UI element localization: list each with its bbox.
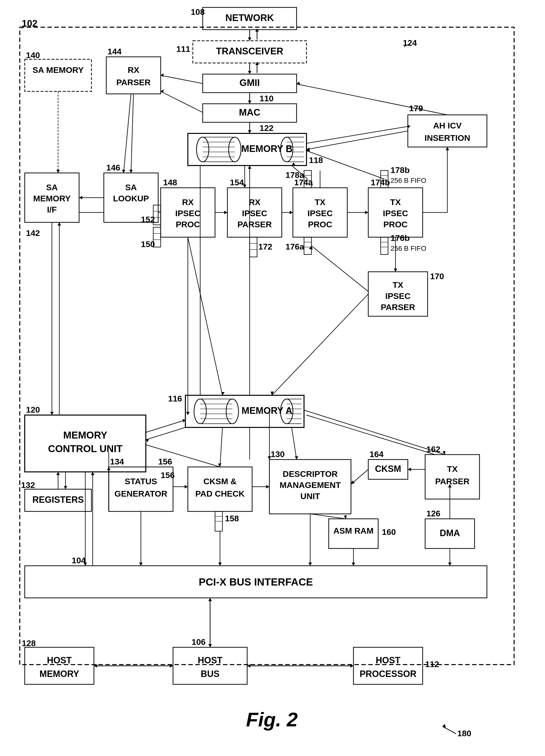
svg-text:RX: RX bbox=[248, 197, 260, 207]
svg-text:108: 108 bbox=[191, 7, 205, 17]
svg-text:TRANSCEIVER: TRANSCEIVER bbox=[216, 46, 283, 56]
svg-text:PARSER: PARSER bbox=[116, 78, 150, 87]
svg-text:144: 144 bbox=[107, 47, 122, 56]
svg-text:IPSEC: IPSEC bbox=[308, 209, 333, 218]
svg-text:PARSER: PARSER bbox=[435, 477, 469, 486]
svg-text:152: 152 bbox=[141, 215, 155, 224]
svg-text:DESCRIPTOR: DESCRIPTOR bbox=[283, 469, 338, 479]
svg-text:180: 180 bbox=[457, 729, 471, 738]
svg-text:DMA: DMA bbox=[440, 528, 460, 538]
svg-text:RX: RX bbox=[182, 197, 194, 207]
svg-text:GMII: GMII bbox=[239, 78, 260, 88]
svg-text:TX: TX bbox=[315, 197, 326, 207]
svg-text:SA: SA bbox=[125, 183, 137, 192]
svg-text:GENERATOR: GENERATOR bbox=[114, 489, 167, 498]
svg-text:176a: 176a bbox=[286, 242, 305, 251]
svg-text:PARSER: PARSER bbox=[381, 302, 415, 312]
svg-text:INSERTION: INSERTION bbox=[424, 133, 470, 143]
svg-text:IPSEC: IPSEC bbox=[385, 291, 411, 301]
svg-text:178a: 178a bbox=[286, 170, 305, 180]
svg-text:REGISTERS: REGISTERS bbox=[32, 495, 84, 505]
svg-text:154: 154 bbox=[230, 178, 244, 187]
svg-text:PROC: PROC bbox=[308, 220, 332, 229]
svg-text:SA: SA bbox=[46, 183, 58, 192]
svg-text:134: 134 bbox=[110, 457, 124, 466]
svg-text:NETWORK: NETWORK bbox=[225, 13, 274, 23]
svg-text:BUS: BUS bbox=[201, 669, 219, 679]
svg-text:132: 132 bbox=[21, 480, 35, 490]
svg-text:UNIT: UNIT bbox=[300, 491, 320, 501]
svg-text:116: 116 bbox=[168, 394, 182, 403]
svg-text:MEMORY: MEMORY bbox=[63, 430, 107, 441]
svg-text:MEMORY: MEMORY bbox=[40, 669, 79, 679]
svg-text:PROC: PROC bbox=[383, 220, 408, 229]
svg-text:126: 126 bbox=[426, 509, 441, 518]
svg-text:178b: 178b bbox=[391, 165, 410, 175]
svg-text:RX: RX bbox=[127, 65, 139, 75]
svg-text:118: 118 bbox=[309, 155, 323, 165]
svg-text:160: 160 bbox=[382, 527, 396, 537]
svg-text:HOST: HOST bbox=[47, 655, 72, 665]
svg-text:IPSEC: IPSEC bbox=[242, 209, 267, 218]
svg-text:IPSEC: IPSEC bbox=[383, 209, 408, 218]
svg-text:142: 142 bbox=[26, 228, 40, 238]
svg-text:CKSM: CKSM bbox=[375, 464, 401, 474]
svg-text:172: 172 bbox=[258, 242, 272, 251]
svg-text:128: 128 bbox=[22, 638, 36, 648]
svg-text:164: 164 bbox=[370, 449, 384, 459]
svg-text:CKSM &: CKSM & bbox=[203, 477, 236, 486]
svg-text:TX: TX bbox=[390, 197, 401, 207]
svg-text:TX: TX bbox=[393, 280, 403, 290]
svg-text:156: 156 bbox=[158, 457, 172, 466]
diagram-svg: 102 NETWORK 108 TRANSCEIVER 111 GM bbox=[0, 0, 545, 756]
svg-text:146: 146 bbox=[106, 163, 120, 172]
svg-text:CONTROL UNIT: CONTROL UNIT bbox=[48, 443, 122, 454]
svg-text:MAC: MAC bbox=[239, 107, 260, 118]
svg-text:148: 148 bbox=[163, 178, 177, 187]
svg-text:158: 158 bbox=[225, 514, 239, 523]
svg-text:MANAGEMENT: MANAGEMENT bbox=[280, 480, 341, 490]
svg-text:122: 122 bbox=[259, 123, 274, 133]
svg-text:112: 112 bbox=[425, 659, 439, 669]
svg-rect-0 bbox=[0, 0, 545, 756]
svg-text:PROCESSOR: PROCESSOR bbox=[360, 669, 417, 679]
svg-text:256 B FIFO: 256 B FIFO bbox=[391, 177, 426, 184]
svg-text:I/F: I/F bbox=[47, 205, 57, 214]
svg-text:MEMORY B: MEMORY B bbox=[241, 144, 293, 154]
svg-text:AH ICV: AH ICV bbox=[433, 121, 462, 130]
svg-text:SA MEMORY: SA MEMORY bbox=[32, 65, 83, 75]
svg-text:MEMORY: MEMORY bbox=[33, 194, 71, 203]
svg-text:130: 130 bbox=[270, 449, 285, 459]
svg-text:106: 106 bbox=[191, 637, 206, 647]
svg-text:170: 170 bbox=[430, 272, 444, 281]
svg-text:104: 104 bbox=[72, 556, 86, 565]
svg-text:HOST: HOST bbox=[376, 655, 400, 665]
svg-text:ASM RAM: ASM RAM bbox=[334, 526, 374, 535]
svg-text:150: 150 bbox=[141, 239, 155, 249]
svg-text:LOOKUP: LOOKUP bbox=[113, 194, 149, 203]
svg-text:STATUS: STATUS bbox=[125, 477, 157, 486]
svg-text:MEMORY A: MEMORY A bbox=[241, 405, 293, 416]
svg-text:120: 120 bbox=[26, 405, 40, 414]
svg-text:PAD CHECK: PAD CHECK bbox=[195, 489, 245, 498]
svg-text:HOST: HOST bbox=[198, 655, 222, 665]
svg-text:110: 110 bbox=[259, 94, 274, 103]
svg-text:PROC: PROC bbox=[176, 220, 200, 229]
svg-text:PARSER: PARSER bbox=[237, 220, 271, 229]
svg-text:TX: TX bbox=[447, 464, 458, 474]
svg-text:256 B FIFO: 256 B FIFO bbox=[391, 245, 426, 252]
svg-text:102: 102 bbox=[22, 18, 37, 29]
svg-text:111: 111 bbox=[176, 44, 190, 54]
svg-text:156: 156 bbox=[161, 470, 175, 480]
svg-text:PCI-X BUS INTERFACE: PCI-X BUS INTERFACE bbox=[199, 576, 313, 588]
diagram-container: 102 NETWORK 108 TRANSCEIVER 111 GM bbox=[0, 0, 545, 756]
svg-text:IPSEC: IPSEC bbox=[175, 209, 200, 218]
svg-text:Fig. 2: Fig. 2 bbox=[246, 709, 298, 731]
svg-text:176b: 176b bbox=[391, 233, 410, 243]
svg-text:140: 140 bbox=[26, 50, 40, 60]
